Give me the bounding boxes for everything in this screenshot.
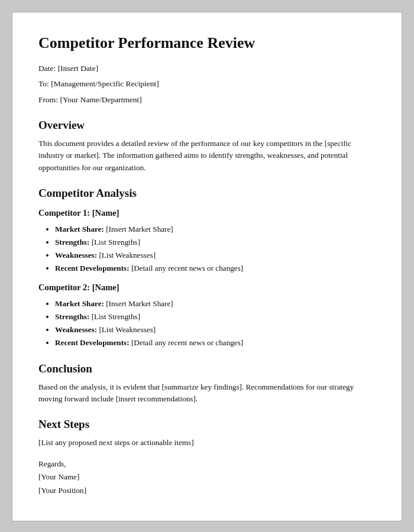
document-title: Competitor Performance Review	[38, 34, 376, 52]
document-container: Competitor Performance Review Date: [Ins…	[12, 12, 402, 521]
bullet-value: [Insert Market Share]	[106, 225, 173, 233]
overview-body: This document provides a detailed review…	[38, 138, 376, 174]
meta-to: To: [Management/Specific Recipient]	[38, 78, 376, 90]
bullet-value: [Detail any recent news or changes]	[131, 338, 243, 347]
date-label: Date:	[38, 64, 56, 73]
meta-date: Date: [Insert Date]	[38, 63, 376, 74]
list-item: Weaknesses: [List Weaknesses]	[55, 323, 376, 336]
competitor-2-list: Market Share: [Insert Market Share] Stre…	[38, 297, 376, 349]
list-item: Market Share: [Insert Market Share]	[55, 223, 376, 236]
from-value: [Your Name/Department]	[60, 95, 141, 104]
date-value: [Insert Date]	[58, 64, 99, 73]
competitor-2-heading: Competitor 2: [Name]	[38, 283, 376, 293]
closing-name: [Your Name]	[38, 471, 376, 484]
bullet-value: [List Strengths]	[92, 238, 140, 246]
list-item: Strengths: [List Strengths]	[55, 236, 376, 249]
bullet-value: [List Strengths]	[92, 312, 140, 321]
list-item: Strengths: [List Strengths]	[55, 310, 376, 323]
next-steps-body: [List any proposed next steps or actiona…	[38, 437, 376, 449]
bullet-value: [Insert Market Share]	[106, 299, 173, 308]
list-item: Recent Developments: [Detail any recent …	[55, 336, 376, 349]
bullet-label: Recent Developments:	[55, 338, 130, 347]
closing-position: [Your Position]	[38, 484, 376, 497]
bullet-value: [List Weaknesses]	[99, 325, 156, 334]
to-value: [Management/Specific Recipient]	[51, 79, 159, 88]
next-steps-heading: Next Steps	[38, 418, 376, 431]
bullet-label: Weaknesses:	[55, 251, 97, 259]
bullet-label: Strengths:	[55, 312, 89, 321]
bullet-label: Market Share:	[55, 225, 104, 233]
closing-block: Regards, [Your Name] [Your Position]	[38, 458, 376, 497]
bullet-value: [Detail any recent news or changes]	[131, 264, 243, 273]
closing-regards: Regards,	[38, 458, 376, 471]
competitor-analysis-heading: Competitor Analysis	[38, 187, 376, 200]
bullet-label: Recent Developments:	[55, 264, 130, 273]
bullet-value: [List Weaknesses]	[99, 251, 156, 259]
conclusion-heading: Conclusion	[38, 362, 376, 375]
bullet-label: Market Share:	[55, 299, 104, 308]
to-label: To:	[38, 79, 49, 88]
bullet-label: Strengths:	[55, 238, 89, 246]
conclusion-body: Based on the analysis, it is evident tha…	[38, 381, 376, 406]
meta-from: From: [Your Name/Department]	[38, 94, 376, 106]
bullet-label: Weaknesses:	[55, 325, 97, 334]
competitor-1-heading: Competitor 1: [Name]	[38, 208, 376, 218]
list-item: Market Share: [Insert Market Share]	[55, 297, 376, 310]
list-item: Weaknesses: [List Weaknesses]	[55, 249, 376, 262]
list-item: Recent Developments: [Detail any recent …	[55, 262, 376, 275]
overview-heading: Overview	[38, 119, 376, 132]
competitor-1-list: Market Share: [Insert Market Share] Stre…	[38, 223, 376, 274]
from-label: From:	[38, 95, 58, 104]
